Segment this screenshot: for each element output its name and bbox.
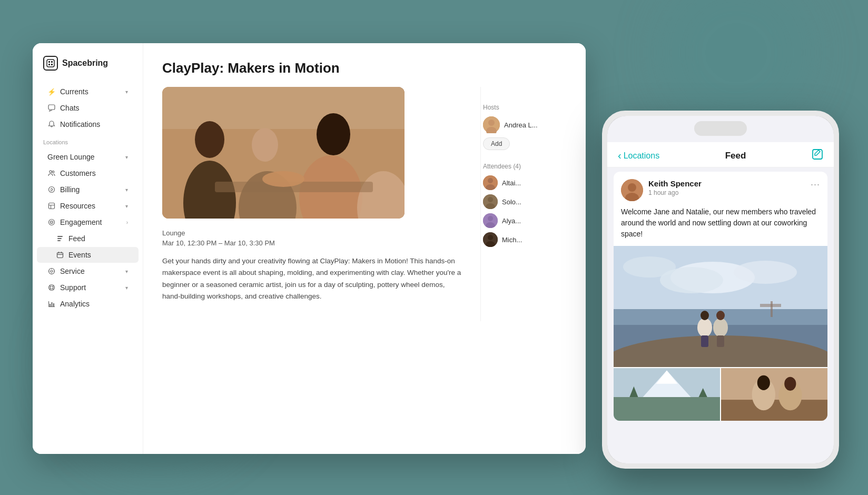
attendee-name-3: Mich... [502,236,522,244]
currents-icon: ⚡ [47,87,56,96]
svg-line-21 [53,285,54,286]
attendee-name-0: Altai... [502,179,521,187]
chevron-engagement-icon: › [126,220,128,225]
svg-rect-14 [57,238,62,239]
resources-icon [47,202,56,210]
sidebar-item-support[interactable]: Support ▾ [37,280,139,295]
post-more-button[interactable]: ··· [811,179,820,190]
billing-icon [47,185,56,194]
chevron-icon: ▾ [125,89,128,95]
sidebar-item-analytics[interactable]: Analytics [37,296,139,312]
sidebar-item-customers[interactable]: Customers [37,165,139,181]
attendee-item-0: Altai... [483,175,575,190]
attendees-section: Attendees (4) Altai... Solo... [483,163,575,247]
mobile-phone: ‹ Locations Feed [602,111,839,469]
attendee-item-1: Solo... [483,194,575,209]
hosts-label: Hosts [483,104,575,111]
post-header: Keith Spencer 1 hour ago ··· [614,172,827,206]
event-main-panel: Lounge Mar 10, 12:30 PM – Mar 10, 3:30 P… [143,87,480,321]
customers-icon [47,169,56,177]
main-content: ClayPlay: Makers in Motion [143,43,586,454]
sidebar-item-resources[interactable]: Resources ▾ [37,198,139,214]
event-datetime: Mar 10, 12:30 PM – Mar 10, 3:30 PM [162,239,461,247]
feed-post: Keith Spencer 1 hour ago ··· Welcome Jan… [614,172,827,421]
svg-rect-67 [771,301,773,317]
feed-nav-title: Feed [725,151,746,161]
svg-point-20 [50,286,53,289]
hosts-section: Hosts Andrea L... Add [483,104,575,150]
attendee-avatar-0 [483,175,498,190]
sidebar-item-events[interactable]: Events [37,247,139,263]
attendee-avatar-1 [483,194,498,209]
attendee-item-2: Alya... [483,213,575,228]
svg-point-17 [49,269,55,274]
svg-rect-25 [50,304,51,307]
post-author-avatar [621,179,643,201]
svg-rect-2 [51,61,53,63]
post-thumb-mountain [614,368,720,421]
engagement-icon [47,218,56,226]
svg-point-73 [716,311,725,320]
phone-nav: ‹ Locations Feed [607,142,834,167]
analytics-icon [47,300,56,308]
svg-rect-82 [721,400,827,421]
sidebar-item-green-lounge[interactable]: Green Lounge ▾ [37,149,139,165]
svg-point-18 [51,270,53,272]
events-icon [56,251,64,259]
chevron-location-icon: ▾ [125,154,128,160]
chats-icon [47,104,56,112]
phone-inner: ‹ Locations Feed [607,116,834,463]
sidebar-item-feed[interactable]: Feed [37,231,139,246]
locations-section-label: Locations [33,133,143,148]
desktop-window: Spacebring ⚡ Currents ▾ Chats [33,43,586,454]
attendee-item-3: Mich... [483,232,575,247]
sidebar-item-currents[interactable]: ⚡ Currents ▾ [37,84,139,100]
chevron-resources-icon: ▾ [125,203,128,209]
back-label: Locations [624,151,660,161]
event-body: Lounge Mar 10, 12:30 PM – Mar 10, 3:30 P… [143,87,586,321]
event-right-sidebar: Hosts Andrea L... Add [480,87,586,321]
svg-rect-39 [162,87,405,219]
svg-point-7 [52,171,54,173]
svg-rect-9 [49,203,55,209]
svg-rect-0 [47,60,54,67]
app-name: Spacebring [62,58,108,68]
chevron-billing-icon: ▾ [125,187,128,193]
sidebar-item-engagement[interactable]: Engagement › [37,214,139,230]
post-author-name: Keith Spencer [648,179,805,188]
svg-point-57 [628,183,636,192]
sidebar-item-chats[interactable]: Chats [37,100,139,116]
svg-point-12 [51,222,52,223]
app-logo: Spacebring [33,56,143,83]
svg-rect-15 [57,240,61,241]
svg-point-47 [488,197,493,202]
post-main-image [614,246,827,367]
sidebar-item-service[interactable]: Service ▾ [37,263,139,279]
sidebar-item-notifications[interactable]: Notifications [37,116,139,132]
svg-rect-26 [52,302,53,307]
svg-point-50 [488,216,493,221]
add-host-button[interactable]: Add [483,137,510,150]
sidebar-item-billing[interactable]: Billing ▾ [37,182,139,197]
phone-content: ‹ Locations Feed [607,116,834,463]
event-description: Get your hands dirty and your creativity… [162,255,461,302]
host-name: Andrea L... [504,121,538,129]
attendee-name-2: Alya... [502,217,521,225]
svg-rect-76 [614,397,720,421]
svg-rect-74 [717,335,724,347]
phone-pill [694,121,747,136]
event-image [162,87,405,219]
svg-point-44 [488,178,493,183]
svg-line-22 [53,289,54,290]
back-button[interactable]: ‹ Locations [618,150,659,162]
attendees-label: Attendees (4) [483,163,575,170]
svg-point-41 [488,120,495,126]
event-location: Lounge [162,229,461,237]
event-title: ClayPlay: Makers in Motion [162,60,567,76]
sidebar: Spacebring ⚡ Currents ▾ Chats [33,43,143,454]
svg-point-72 [713,318,728,337]
svg-point-84 [757,375,770,390]
post-text: Welcome Jane and Natalie, our new member… [614,206,827,246]
compose-icon[interactable] [812,148,823,163]
support-icon [47,283,56,292]
